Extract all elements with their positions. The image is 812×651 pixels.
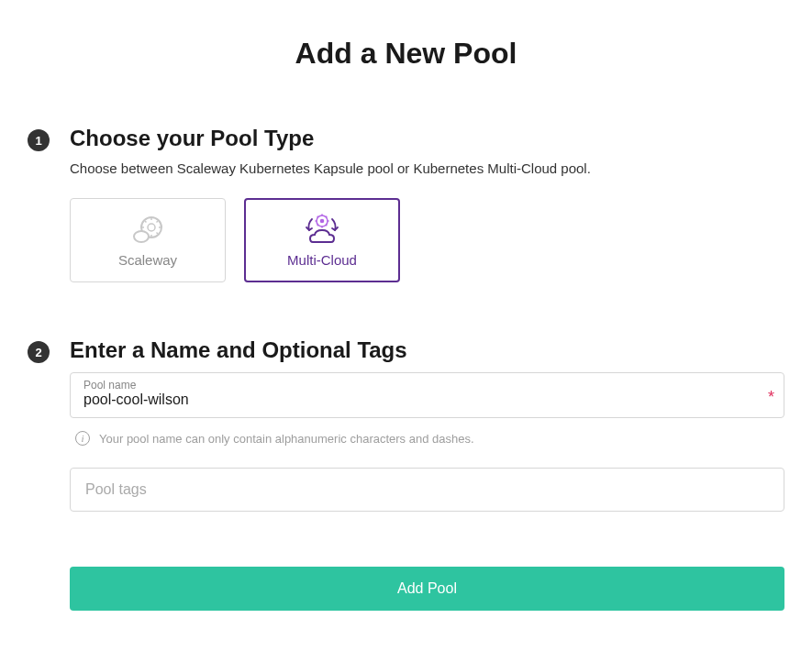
pool-name-label: Pool name: [83, 379, 771, 392]
svg-line-8: [157, 221, 159, 223]
pool-type-options: Scaleway: [70, 198, 784, 282]
svg-line-19: [326, 215, 327, 216]
submit-area: Add Pool: [70, 567, 784, 611]
svg-line-7: [157, 232, 159, 234]
pool-name-help-text: Your pool name can only contain alphanum…: [99, 432, 474, 446]
pool-tags-input[interactable]: [85, 481, 769, 498]
step-1-title: Choose your Pool Type: [70, 126, 784, 151]
scaleway-icon: [129, 214, 166, 247]
step-number-2: 2: [28, 341, 50, 363]
svg-point-1: [148, 224, 155, 231]
pool-name-input[interactable]: [83, 392, 771, 408]
step-2-content: Enter a Name and Optional Tags Pool name…: [70, 337, 784, 512]
svg-line-17: [317, 215, 318, 216]
step-1-content: Choose your Pool Type Choose between Sca…: [70, 126, 784, 282]
info-icon: i: [75, 431, 90, 446]
step-number-1: 1: [28, 129, 50, 151]
step-name-tags: 2 Enter a Name and Optional Tags Pool na…: [28, 337, 784, 512]
pool-name-group: Pool name *: [70, 372, 784, 418]
svg-line-18: [326, 225, 327, 226]
pool-type-scaleway[interactable]: Scaleway: [70, 198, 226, 282]
svg-line-6: [145, 221, 147, 223]
svg-line-20: [317, 225, 318, 226]
pool-name-help-row: i Your pool name can only contain alphan…: [70, 431, 784, 446]
step-pool-type: 1 Choose your Pool Type Choose between S…: [28, 126, 784, 282]
pool-type-multicloud[interactable]: Multi-Cloud: [244, 198, 400, 282]
required-star-icon: *: [768, 388, 774, 407]
multicloud-icon: [300, 214, 344, 247]
pool-tags-group: [70, 468, 784, 512]
svg-point-12: [321, 219, 324, 222]
add-pool-button[interactable]: Add Pool: [70, 567, 784, 611]
page-title: Add a New Pool: [28, 37, 784, 71]
step-1-description: Choose between Scaleway Kubernetes Kapsu…: [70, 160, 784, 176]
scaleway-label: Scaleway: [118, 252, 177, 268]
step-2-title: Enter a Name and Optional Tags: [70, 337, 784, 363]
svg-point-10: [134, 231, 149, 242]
multicloud-label: Multi-Cloud: [287, 252, 357, 268]
